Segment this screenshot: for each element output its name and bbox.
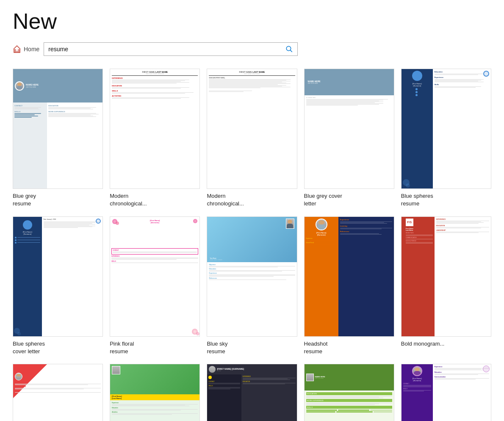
template-item[interactable]: NAME HERE JOB TITLE HERE EDUCATION WORK …	[304, 364, 394, 421]
search-button[interactable]	[281, 43, 297, 55]
template-label: Blue greyresume	[13, 192, 103, 208]
template-label: Modernchronological...	[110, 192, 200, 208]
template-label: Pink floralresume	[110, 340, 200, 355]
templates-grid: NAME HERE JOB TITLE HERE CONTACT SKILLS	[13, 69, 491, 421]
page-title: New	[13, 8, 491, 34]
home-icon	[13, 45, 21, 53]
search-input[interactable]	[44, 43, 281, 55]
template-label: Blue spherescover letter	[13, 340, 103, 355]
template-thumbnail: Your Name Phone • Email • LinkedIn Objec…	[207, 216, 297, 337]
template-label: Headshotresume	[304, 340, 394, 355]
template-thumbnail: NAME HERE JOB TITLE HERE To: Company Nam…	[304, 69, 394, 189]
template-thumbnail: [FIRST NAME] [SURNAME] Job Title CONTACT…	[207, 364, 297, 421]
template-item[interactable]: [First Name][Last Name] Experience Educa…	[110, 364, 200, 421]
template-item[interactable]: [First Name][Surname] CONTACT SKILLS Exp…	[401, 364, 491, 421]
template-thumbnail: NAME HERE JOB TITLE HERE CONTACT SKILLS	[13, 69, 103, 189]
template-item[interactable]: NAME HERE JOB TITLE HERE CONTACT SKILLS	[13, 69, 103, 208]
template-item[interactable]: NAME HERE JOB TITLE HERE To: Company Nam…	[304, 69, 394, 208]
template-label: Blue grey coverletter	[304, 192, 394, 208]
template-item[interactable]: FIRST NAME LAST NAME email • phone • lin…	[110, 69, 200, 208]
search-icon	[285, 45, 293, 53]
template-thumbnail: [First Name] [Surname] CONTACT EXPERIENC…	[110, 216, 200, 337]
template-label: Blue spheresresume	[401, 192, 491, 208]
template-thumbnail: [First Name][Surname] Education Experien…	[401, 69, 491, 189]
template-item[interactable]: FIRST NAME LAST NAME email • address • p…	[207, 69, 297, 208]
template-thumbnail: [First Name][Surname] CONTACT SKILLS Exp…	[401, 364, 491, 421]
template-item[interactable]: [First Name][Surname] Education Experien…	[401, 69, 491, 208]
template-item[interactable]: [First Name][Surname] EXPERIENCE COMMUNI…	[13, 364, 103, 421]
template-label: Modernchronological...	[207, 192, 297, 208]
svg-line-3	[291, 50, 292, 52]
svg-point-2	[287, 46, 291, 51]
template-item[interactable]: [FIRST NAME] [SURNAME] Job Title CONTACT…	[207, 364, 297, 421]
template-label: Bold monogram...	[401, 340, 491, 348]
template-item[interactable]: [First Name][Surname] Date: January 1, 2…	[13, 216, 103, 356]
home-label: Home	[24, 46, 39, 53]
template-thumbnail: F/S First NameLast Name OBJECTIVES COMMU…	[401, 216, 491, 337]
template-item[interactable]: Your Name Phone • Email • LinkedIn Objec…	[207, 216, 297, 356]
template-thumbnail: NAME HERE JOB TITLE HERE EDUCATION WORK …	[304, 364, 394, 421]
template-thumbnail: [First Name][Surname] Date: January 1, 2…	[13, 216, 103, 337]
template-thumbnail: FIRST NAME LAST NAME email • address • p…	[207, 69, 297, 189]
template-item[interactable]: [First Name][Surname] Experience School …	[304, 216, 394, 356]
template-thumbnail: FIRST NAME LAST NAME email • phone • lin…	[110, 69, 200, 189]
template-thumbnail: [First Name][Last Name] Experience Educa…	[110, 364, 200, 421]
template-thumbnail: [First Name][Surname] EXPERIENCE COMMUNI…	[13, 364, 103, 421]
template-thumbnail: [First Name][Surname] Experience School …	[304, 216, 394, 337]
home-link[interactable]: Home	[13, 45, 39, 53]
template-item[interactable]: [First Name] [Surname] CONTACT EXPERIENC…	[110, 216, 200, 356]
template-item[interactable]: F/S First NameLast Name OBJECTIVES COMMU…	[401, 216, 491, 356]
search-input-wrapper	[44, 42, 298, 56]
template-label: Blue skyresume	[207, 340, 297, 355]
search-bar: Home	[13, 42, 491, 56]
